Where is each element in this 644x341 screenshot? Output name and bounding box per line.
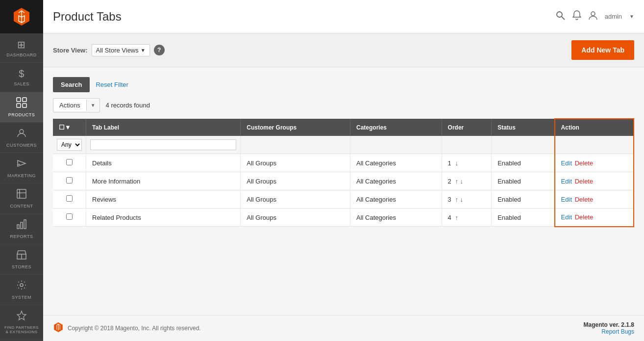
user-icon[interactable] xyxy=(589,10,597,23)
store-view-label: Store View: xyxy=(53,47,88,54)
actions-dropdown[interactable]: Actions ▼ xyxy=(53,98,100,112)
footer-report-bugs-link[interactable]: Report Bugs xyxy=(601,328,634,335)
add-new-tab-button[interactable]: Add New Tab xyxy=(571,40,634,60)
filter-action-col xyxy=(555,136,634,154)
svg-rect-5 xyxy=(23,104,26,107)
row2-edit-link[interactable]: Edit xyxy=(561,178,572,185)
row1-categories[interactable]: All Categories xyxy=(350,154,442,172)
search-button[interactable]: Search xyxy=(53,77,90,92)
row2-categories[interactable]: All Categories xyxy=(350,172,442,190)
row2-arrow-down-icon[interactable]: ↓ xyxy=(460,178,464,185)
row1-tab-label: Details xyxy=(86,154,241,172)
th-checkbox: ☐▼ xyxy=(53,119,86,136)
row3-tab-label: Reviews xyxy=(86,190,241,209)
row3-order: 3 ↑ ↓ xyxy=(442,190,492,209)
row2-checkbox-input[interactable] xyxy=(66,177,73,184)
row3-status: Enabled xyxy=(492,190,555,209)
sidebar-item-customers[interactable]: CUSTOMERS xyxy=(0,123,43,153)
filter-order-col xyxy=(442,136,492,154)
svg-rect-14 xyxy=(24,220,26,229)
sidebar-item-marketing[interactable]: MARKETING xyxy=(0,153,43,184)
row1-customer-groups[interactable]: All Groups xyxy=(241,154,350,172)
footer-copyright: Copyright © 2018 Magento, Inc. All right… xyxy=(68,325,201,332)
th-customer-groups: Customer Groups xyxy=(241,119,350,136)
th-action: Action xyxy=(555,119,634,136)
th-categories: Categories xyxy=(350,119,442,136)
row3-checkbox xyxy=(53,190,86,209)
sidebar-item-reports[interactable]: REPORTS xyxy=(0,214,43,244)
row2-delete-link[interactable]: Delete xyxy=(575,178,594,185)
table-row: Related Products All Groups All Categori… xyxy=(53,209,634,227)
help-icon[interactable]: ? xyxy=(154,45,165,55)
row4-arrow-up-icon[interactable]: ↑ xyxy=(455,214,458,221)
row2-status: Enabled xyxy=(492,172,555,190)
row2-customer-groups[interactable]: All Groups xyxy=(241,172,350,190)
sidebar: ⊞ DASHBOARD $ SALES PRODUCTS CUSTOMERS M… xyxy=(0,0,43,341)
row4-delete-link[interactable]: Delete xyxy=(575,213,594,221)
select-all-icon[interactable]: ☐▼ xyxy=(59,124,71,131)
sidebar-item-dashboard[interactable]: ⊞ DASHBOARD xyxy=(0,33,43,63)
find-partners-icon xyxy=(16,310,27,323)
search-icon[interactable] xyxy=(555,10,565,23)
magento-logo-icon xyxy=(12,7,31,26)
svg-point-17 xyxy=(20,284,23,287)
filter-customer-groups-col xyxy=(241,136,350,154)
admin-label[interactable]: admin xyxy=(605,13,622,20)
table-row: Details All Groups All Categories 1 ↓ En… xyxy=(53,154,634,172)
sidebar-item-label: CUSTOMERS xyxy=(6,143,37,148)
filter-any-select[interactable]: Any xyxy=(57,139,82,151)
row3-arrow-up-icon[interactable]: ↑ xyxy=(455,196,458,203)
svg-marker-18 xyxy=(17,311,26,320)
reset-filter-link[interactable]: Reset Filter xyxy=(96,81,128,88)
th-order: Order xyxy=(442,119,492,136)
row3-delete-link[interactable]: Delete xyxy=(575,196,594,203)
sidebar-item-system[interactable]: SYSTEM xyxy=(0,275,43,305)
store-view-select[interactable]: All Store Views ▼ xyxy=(92,44,150,56)
row1-edit-link[interactable]: Edit xyxy=(561,159,572,167)
admin-chevron-icon[interactable]: ▼ xyxy=(629,14,634,19)
sidebar-item-stores[interactable]: STORES xyxy=(0,244,43,275)
row2-tab-label: More Information xyxy=(86,172,241,190)
dashboard-icon: ⊞ xyxy=(17,39,26,51)
footer-version: Magento ver. 2.1.8 xyxy=(584,321,634,328)
sidebar-item-label: FIND PARTNERS & EXTENSIONS xyxy=(2,325,41,334)
row3-arrow-down-icon[interactable]: ↓ xyxy=(460,196,464,203)
row4-checkbox-input[interactable] xyxy=(66,213,73,220)
sidebar-item-products[interactable]: PRODUCTS xyxy=(0,92,43,123)
filter-tab-label-input[interactable] xyxy=(90,139,236,150)
page-footer: Copyright © 2018 Magento, Inc. All right… xyxy=(43,315,644,341)
sidebar-item-sales[interactable]: $ SALES xyxy=(0,63,43,92)
row3-checkbox-input[interactable] xyxy=(66,195,73,202)
svg-point-21 xyxy=(591,12,595,16)
footer-left: Copyright © 2018 Magento, Inc. All right… xyxy=(53,322,201,335)
row1-delete-link[interactable]: Delete xyxy=(575,159,594,167)
marketing-icon xyxy=(16,158,27,171)
row1-checkbox-input[interactable] xyxy=(66,159,73,165)
bell-icon[interactable] xyxy=(572,10,581,23)
row1-arrow-down-icon[interactable]: ↓ xyxy=(455,159,458,167)
row4-customer-groups[interactable]: All Groups xyxy=(241,209,350,227)
sidebar-item-content[interactable]: CONTENT xyxy=(0,184,43,214)
filter-status-col xyxy=(492,136,555,154)
table-row: More Information All Groups All Categori… xyxy=(53,172,634,190)
sidebar-item-label: STORES xyxy=(12,264,31,269)
row2-arrow-up-icon[interactable]: ↑ xyxy=(455,178,458,185)
filter-tab-label-col xyxy=(86,136,241,154)
row3-edit-link[interactable]: Edit xyxy=(561,196,572,203)
sidebar-logo xyxy=(0,0,43,33)
row3-categories[interactable]: All Categories xyxy=(350,190,442,209)
svg-rect-12 xyxy=(17,225,19,229)
content-icon xyxy=(16,188,27,202)
sidebar-item-label: MARKETING xyxy=(7,173,36,178)
row4-categories[interactable]: All Categories xyxy=(350,209,442,227)
actions-chevron-icon[interactable]: ▼ xyxy=(86,100,99,111)
row2-order: 2 ↑ ↓ xyxy=(442,172,492,190)
stores-icon xyxy=(16,249,27,262)
row3-customer-groups[interactable]: All Groups xyxy=(241,190,350,209)
sidebar-item-find-partners[interactable]: FIND PARTNERS & EXTENSIONS xyxy=(0,305,43,340)
footer-right: Magento ver. 2.1.8 Report Bugs xyxy=(584,321,634,335)
row4-edit-link[interactable]: Edit xyxy=(561,213,572,221)
sidebar-item-label: PRODUCTS xyxy=(8,112,35,117)
actions-row: Actions ▼ 4 records found xyxy=(53,98,634,112)
records-found: 4 records found xyxy=(106,102,150,109)
